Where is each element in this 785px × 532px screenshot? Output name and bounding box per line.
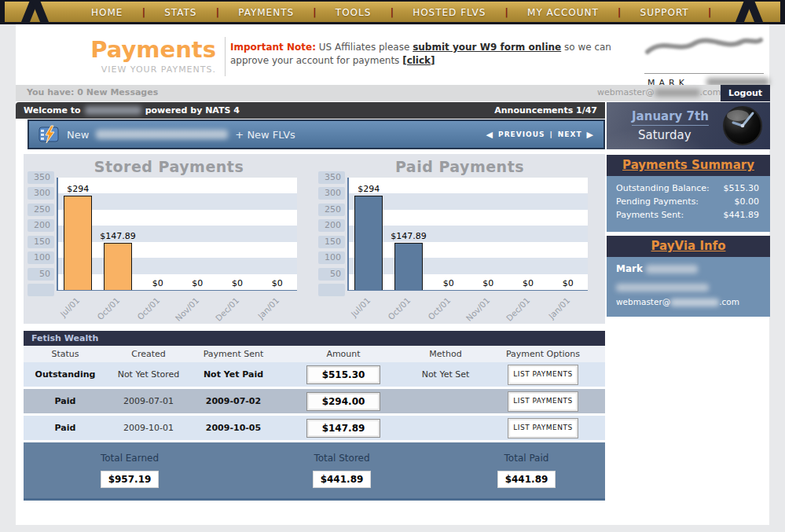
- nav-item-stats[interactable]: STATS: [145, 7, 215, 18]
- amount-box: $515.30: [306, 365, 380, 384]
- logout-button[interactable]: Logout: [721, 85, 770, 101]
- summary-row: Outstanding Balance: $515.30: [607, 182, 770, 195]
- bar-value-label: $0: [523, 278, 534, 288]
- total-stored-cell: Total Stored $441.89: [236, 442, 448, 498]
- total-stored-label: Total Stored: [236, 453, 448, 464]
- summary-row: Payments Sent: $441.89: [607, 208, 770, 222]
- created-cell: Not Yet Stored: [107, 369, 190, 380]
- status-cell: Paid: [24, 396, 107, 406]
- plot-area: $294$147.89$0$0$0$0: [57, 178, 297, 291]
- w9-form-link[interactable]: submit your W9 form online: [413, 42, 561, 53]
- welcome-suffix: powered by NATS 4: [145, 105, 240, 116]
- welcome-bar: Welcome to powered by NATS 4 Announcemen…: [16, 102, 605, 119]
- clock-icon: [721, 105, 764, 147]
- bar-value-label: $0: [563, 278, 574, 288]
- summary-label: Payments Sent:: [616, 210, 684, 220]
- payvia-title[interactable]: PayVia Info: [651, 239, 726, 253]
- nav-item-tools[interactable]: TOOLS: [317, 7, 391, 18]
- next-arrow-icon[interactable]: ▶: [587, 130, 594, 140]
- amount-box: $294.00: [306, 392, 380, 411]
- bar-value-label: $147.89: [391, 231, 427, 241]
- nav-item-home[interactable]: HOME: [72, 7, 141, 18]
- nav-item-payments[interactable]: PAYMENTS: [219, 7, 313, 18]
- y-tick-label: 100: [28, 251, 54, 264]
- page: HOME|STATS|PAYMENTS|TOOLS|HOSTED FLVS|MY…: [0, 0, 785, 532]
- payment-options-cell: LIST PAYMENTS: [481, 365, 605, 385]
- payment-options-cell: LIST PAYMENTS: [481, 418, 605, 438]
- bar-value-label: $0: [192, 278, 203, 288]
- redacted-payvia-email-domain: [670, 299, 719, 306]
- total-earned-value: $957.19: [101, 471, 159, 488]
- list-payments-button[interactable]: LIST PAYMENTS: [508, 365, 578, 385]
- payments-summary-panel: Outstanding Balance: $515.30 Pending Pay…: [607, 176, 770, 232]
- bar-value-label: $0: [232, 278, 243, 288]
- amount-cell: $147.89: [277, 419, 410, 438]
- amount-cell: $515.30: [277, 365, 410, 384]
- nav-item-my-account[interactable]: MY ACCOUNT: [508, 7, 618, 18]
- y-tick-label: 100: [318, 251, 345, 264]
- total-paid-value: $441.89: [497, 471, 556, 488]
- y-tick-label: 150: [28, 236, 54, 248]
- nav-item-hosted-flvs[interactable]: HOSTED FLVS: [394, 7, 504, 18]
- list-payments-button[interactable]: LIST PAYMENTS: [508, 418, 578, 438]
- payvia-email-prefix: webmaster@: [616, 297, 670, 306]
- welcome-prefix: Welcome to: [24, 105, 81, 116]
- column-header-status: Status: [24, 349, 107, 359]
- summary-value: $0.00: [735, 196, 760, 207]
- payment-sent-cell: 2009-07-02: [190, 396, 277, 406]
- amount-cell: $294.00: [277, 392, 410, 411]
- next-button[interactable]: NEXT: [558, 130, 582, 138]
- summary-label: Pending Payments:: [616, 196, 699, 207]
- payment-options-cell: LIST PAYMENTS: [481, 391, 605, 412]
- totals-bar: Total Earned $957.19 Total Stored $441.8…: [24, 442, 605, 501]
- important-note: Important Note: US Affiliates please sub…: [230, 41, 623, 68]
- created-cell: 2009-07-01: [107, 396, 190, 406]
- redacted-site-name: [85, 106, 141, 115]
- page-subtitle: VIEW YOUR PAYMENTS.: [47, 64, 216, 75]
- status-cell: Outstanding: [24, 369, 107, 380]
- total-paid-cell: Total Paid $441.89: [448, 442, 605, 498]
- total-earned-label: Total Earned: [24, 453, 236, 464]
- redacted-announcement-text: [96, 130, 228, 139]
- table-row: Paid2009-10-012009-10-05$147.89LIST PAYM…: [24, 416, 605, 440]
- top-navigation: HOME|STATS|PAYMENTS|TOOLS|HOSTED FLVS|MY…: [0, 0, 785, 24]
- bar-value-label: $0: [152, 278, 163, 288]
- summary-value: $515.30: [724, 183, 760, 193]
- payvia-email-suffix: .com: [719, 297, 739, 306]
- summary-value: $441.89: [724, 210, 760, 220]
- previous-button[interactable]: PREVIOUS: [498, 130, 545, 138]
- new-messages-status: You have: 0 New Messages: [27, 87, 158, 97]
- nav-item-support[interactable]: SUPPORT: [622, 7, 708, 18]
- bar-value-label: $0: [482, 278, 493, 288]
- redacted-email-domain: [655, 89, 700, 97]
- date-text: January 7th: [632, 109, 709, 126]
- y-tick-empty: [318, 284, 345, 296]
- account-email: webmaster@.com: [597, 87, 715, 97]
- column-header-created: Created: [107, 349, 190, 359]
- announcement-icon: [39, 125, 60, 144]
- chart-paid-payments: Paid Payments35030025020015010050$294$14…: [314, 154, 605, 324]
- table-header-row: StatusCreatedPayment SentAmountMethodPay…: [24, 346, 605, 362]
- announcement-bar: New + New FLVs ◀ PREVIOUS | NEXT ▶: [28, 119, 605, 149]
- signature-scribble: [643, 31, 765, 60]
- click-link[interactable]: [click]: [402, 55, 435, 66]
- previous-arrow-icon[interactable]: ◀: [486, 130, 493, 140]
- table-rows: OutstandingNot Yet StoredNot Yet Paid$51…: [24, 362, 605, 442]
- payvia-first-name: Mark: [616, 263, 643, 274]
- announcement-controls: ◀ PREVIOUS | NEXT ▶: [486, 130, 594, 140]
- bar: [354, 196, 383, 290]
- bar-value-label: $0: [272, 278, 283, 288]
- y-tick-label: 350: [28, 171, 54, 184]
- redacted-payvia-surname: [646, 265, 698, 273]
- payments-summary-header: Payments Summary: [607, 155, 770, 176]
- payvia-panel: Mark webmaster@.com: [607, 257, 770, 317]
- page-title: Payments: [47, 36, 216, 63]
- payment-sent-cell: Not Yet Paid: [190, 369, 277, 380]
- payments-summary-title[interactable]: Payments Summary: [622, 158, 754, 172]
- plot-area: $294$147.89$0$0$0$0: [347, 178, 588, 291]
- y-tick-label: 300: [318, 187, 345, 200]
- y-tick-empty: [28, 284, 54, 296]
- list-payments-button[interactable]: LIST PAYMENTS: [508, 391, 578, 412]
- nav-items: HOME|STATS|PAYMENTS|TOOLS|HOSTED FLVS|MY…: [72, 0, 711, 24]
- column-header-payment-options: Payment Options: [481, 349, 605, 359]
